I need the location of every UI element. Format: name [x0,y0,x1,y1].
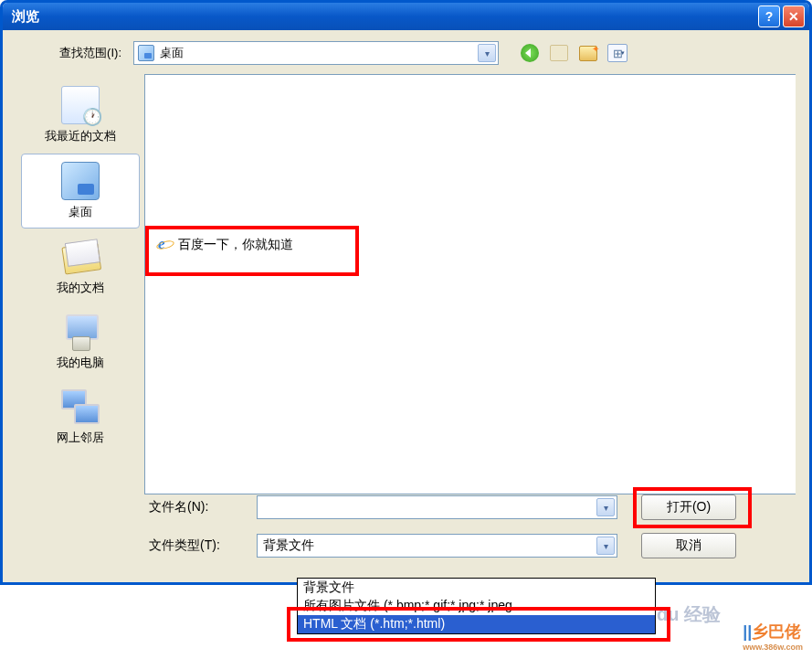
close-button[interactable]: ✕ [783,5,805,27]
sidebar-item-recent[interactable]: 我最近的文档 [21,79,140,152]
help-button[interactable]: ? [758,5,780,27]
filename-input[interactable]: ▾ [257,495,617,519]
dropdown-option[interactable]: 背景文件 [298,579,655,597]
sidebar-item-mydocs[interactable]: 我的文档 [21,230,140,303]
bottom-fields: 文件名(N): ▾ 打开(O) 文件类型(T): 背景文件 ▾ 取消 [149,494,796,571]
sidebar-item-desktop[interactable]: 桌面 [21,154,140,229]
my-computer-icon [61,313,100,351]
back-button[interactable] [520,43,540,63]
sidebar-label: 我的电脑 [25,355,136,371]
open-button[interactable]: 打开(O) [641,494,736,520]
file-list-pane[interactable]: 百度一下，你就知道 [144,74,796,494]
new-folder-icon [579,46,597,61]
folder-up-icon [550,45,568,61]
lookin-row: 查找范围(I): 桌面 ▾ ▾ [16,41,796,65]
file-name: 百度一下，你就知道 [178,237,293,253]
filetype-dropdown[interactable]: 背景文件 所有图片文件 (*.bmp;*.gif;*.jpg;*.jpeg… H… [297,578,656,634]
browse-dialog: 浏览 ? ✕ 查找范围(I): 桌面 ▾ ▾ 我最 [0,0,812,585]
up-button[interactable] [549,43,569,63]
chevron-down-icon[interactable]: ▾ [596,498,615,516]
lookin-combo[interactable]: 桌面 ▾ [133,41,499,65]
places-bar: 我最近的文档 桌面 我的文档 我的电脑 网上邻居 [16,74,144,494]
file-item[interactable]: 百度一下，你就知道 [153,235,297,255]
filetype-label: 文件类型(T): [149,537,249,554]
sidebar-label: 我最近的文档 [25,128,136,144]
watermark: ||乡巴佬 www.386w.com [743,621,803,652]
filename-row: 文件名(N): ▾ 打开(O) [149,494,796,520]
lookin-label: 查找范围(I): [16,45,126,61]
sidebar-label: 我的文档 [25,280,136,296]
dropdown-option[interactable]: 所有图片文件 (*.bmp;*.gif;*.jpg;*.jpeg… [298,597,655,615]
titlebar-buttons: ? ✕ [758,5,805,27]
desktop-icon [61,162,100,200]
views-icon: ▾ [607,44,627,62]
dropdown-option-selected[interactable]: HTML 文档 (*.htm;*.html) [298,615,655,633]
window-title: 浏览 [12,8,39,26]
sidebar-label: 桌面 [26,204,135,220]
body-area: 我最近的文档 桌面 我的文档 我的电脑 网上邻居 [16,74,796,494]
desktop-icon [138,45,154,61]
chevron-down-icon[interactable]: ▾ [596,537,615,555]
sidebar-item-network[interactable]: 网上邻居 [21,380,140,453]
filetype-value: 背景文件 [263,537,314,554]
filename-label: 文件名(N): [149,499,249,516]
back-icon [521,44,539,62]
titlebar: 浏览 ? ✕ [3,3,809,30]
network-icon [61,388,100,426]
filetype-row: 文件类型(T): 背景文件 ▾ 取消 [149,533,796,558]
lookin-value: 桌面 [160,45,184,61]
filetype-combo[interactable]: 背景文件 ▾ [257,534,617,558]
ie-icon [156,237,173,253]
sidebar-label: 网上邻居 [25,430,136,446]
toolbar: ▾ [520,43,627,63]
chevron-down-icon[interactable]: ▾ [478,44,496,62]
dialog-content: 查找范围(I): 桌面 ▾ ▾ 我最近的文档 桌面 [3,30,809,582]
cancel-button[interactable]: 取消 [641,533,736,558]
my-documents-icon [58,235,101,278]
recent-docs-icon [61,86,100,124]
sidebar-item-mypc[interactable]: 我的电脑 [21,305,140,378]
views-button[interactable]: ▾ [607,43,627,63]
new-folder-button[interactable] [578,43,598,63]
